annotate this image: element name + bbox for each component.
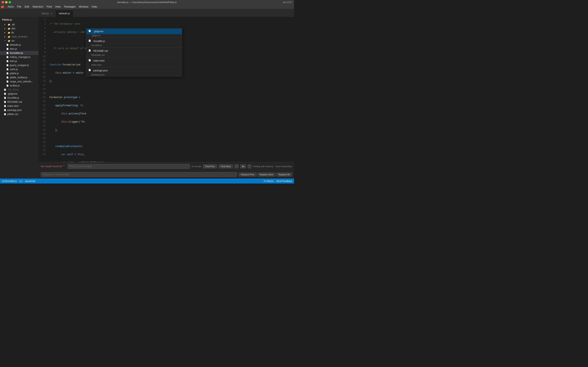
sidebar-item-gruntfile[interactable]: 📄 Gruntfile.js <box>0 96 39 100</box>
tab-dom-js-close[interactable]: ✕ <box>50 12 53 15</box>
titlebar-left <box>2 1 11 3</box>
sidebar-label-dist: dist <box>11 27 15 30</box>
find-status: No results found for "" <box>41 165 65 168</box>
autocomplete-item-index[interactable]: 📄 index.html <box>86 58 182 64</box>
find-row: No results found for "" no results Find … <box>39 162 294 170</box>
sidebar-item-jquery-wrapper[interactable]: 📄 jquery_wrapper.js <box>0 63 39 67</box>
find-input[interactable] <box>68 164 190 169</box>
sidebar-item-node-modules[interactable]: ▶ 📁 node_modules <box>0 35 39 39</box>
sidebar-label-pibble: pibble.js <box>10 72 19 75</box>
sidebar-item-lib[interactable]: ▶ 📁 lib <box>0 31 39 35</box>
menu-find[interactable]: Find <box>45 5 53 8</box>
autocomplete-item-gruntfile[interactable]: 📄 Gruntfile.js <box>86 38 182 44</box>
autocomplete-dropdown[interactable]: 📄 .gitignore .gitignore 📄 Gruntfile.js G… <box>86 28 182 77</box>
sidebar-item-hotkey[interactable]: 📄 hotkey_manager.js <box>0 55 39 59</box>
sidebar-item-index-html[interactable]: 📄 index.html <box>0 104 39 108</box>
regex-button[interactable]: .* <box>234 164 239 168</box>
cursor-position: 1,1 <box>19 180 22 182</box>
find-prev-button[interactable]: Find Prev <box>203 164 217 168</box>
sidebar-item-toolbar[interactable]: 📄 toolbar.js <box>0 83 39 88</box>
menu-selection[interactable]: Selection <box>31 5 45 8</box>
file-icon-ac-readme: 📄 <box>88 49 92 53</box>
sidebar-label-readme: README.md <box>7 100 22 103</box>
replace-all-button[interactable]: Replace All <box>276 173 292 176</box>
file-icon-ac-grunt: 📄 <box>88 40 92 43</box>
file-icon-ac-index: 📄 <box>88 59 92 62</box>
close-button[interactable] <box>2 1 4 3</box>
folder-icon-src: 📁 <box>7 39 11 42</box>
autocomplete-sub-gitignore: .gitignore <box>86 34 182 37</box>
file-icon-ac-package: 📄 <box>88 69 92 72</box>
sidebar-label-toolbar: toolbar.js <box>10 84 20 87</box>
sidebar-label-package-json: package.json <box>7 109 22 111</box>
send-feedback-label[interactable]: Send Feedback <box>276 180 292 182</box>
autocomplete-sub-index: index.html <box>86 64 182 67</box>
menu-view[interactable]: View <box>53 5 62 8</box>
sidebar: Pibble.js ▶ 📁 .git ▶ 📁 dist ▶ 📁 lib ▶ <box>0 17 39 179</box>
chevron-right-icon-lib: ▶ <box>3 31 7 34</box>
sidebar-item-gitignore[interactable]: 📄 .gitignore <box>0 92 39 96</box>
sidebar-item-intro[interactable]: 📄 intro.js <box>0 59 39 63</box>
refactor-label[interactable]: ⟳ refactor <box>264 180 274 183</box>
sidebar-item-dist[interactable]: ▶ 📁 dist <box>0 26 39 31</box>
autocomplete-item-package[interactable]: 📄 package.json <box>86 68 182 73</box>
sidebar-label-outro: outro.js <box>10 68 18 71</box>
minimize-button[interactable] <box>5 1 8 3</box>
tab-dom-js[interactable]: dom.js ✕ <box>39 10 56 17</box>
sidebar-label-defaults: defaults.js <box>10 43 21 46</box>
sidebar-label-index-html: index.html <box>7 105 18 108</box>
sidebar-item-outro[interactable]: 📄 outro.js <box>0 67 39 71</box>
editor-area[interactable]: 📄 .gitignore .gitignore 📄 Gruntfile.js G… <box>39 17 294 179</box>
find-next-button[interactable]: Find Next <box>219 164 233 168</box>
sidebar-item-pibble[interactable]: 📄 pibble.js <box>0 71 39 75</box>
menu-window[interactable]: Window <box>77 5 90 8</box>
sidebar-item-src[interactable]: ▼ 📁 src <box>0 39 39 43</box>
autocomplete-label-package: package.json <box>93 69 108 72</box>
autocomplete-label-readme: README.md <box>93 50 108 52</box>
fullscreen-button[interactable] <box>9 1 11 3</box>
file-icon-package-json: 📄 <box>3 108 7 112</box>
autocomplete-label-index: index.html <box>93 59 104 62</box>
sidebar-label-intro: intro.js <box>10 60 17 63</box>
sidebar-label-pibble-css: pibble.css <box>7 113 18 116</box>
apple-menu[interactable]: 🍎 <box>1 5 4 8</box>
sidebar-item-dom-js[interactable]: 📄 dom.js <box>0 47 39 51</box>
sidebar-item-pibble-css[interactable]: 📄 pibble.css <box>0 112 39 116</box>
sidebar-label-src: src <box>11 39 15 42</box>
sidebar-item-range[interactable]: 📄 range_and_selectio... <box>0 80 39 83</box>
file-icon-jquery: 📄 <box>6 64 9 67</box>
file-icon-hotkey: 📄 <box>6 55 9 59</box>
menu-file[interactable]: File <box>15 5 23 8</box>
sidebar-item-package-json[interactable]: 📄 package.json <box>0 108 39 112</box>
autocomplete-item-readme[interactable]: 📄 README.md <box>86 48 182 54</box>
traffic-lights <box>2 1 11 3</box>
sidebar-item-defaults-js[interactable]: 📄 defaults.js <box>0 43 39 47</box>
sidebar-item-ds-store[interactable]: 📄 .DS_Store <box>0 88 39 92</box>
folder-icon-lib: 📁 <box>7 31 11 34</box>
quote-button[interactable]: " <box>248 164 251 168</box>
sidebar-item-readme[interactable]: 📄 README.md <box>0 100 39 104</box>
menu-atom[interactable]: Atom <box>6 5 15 8</box>
case-button[interactable]: Aa <box>240 164 246 168</box>
autocomplete-label-gitignore: .gitignore <box>93 30 103 33</box>
sidebar-item-pibble-toolbar[interactable]: 📄 pibble_toolbar.js <box>0 75 39 80</box>
file-icon-dom: 📄 <box>6 47 9 50</box>
menu-edit[interactable]: Edit <box>23 5 31 8</box>
menu-help[interactable]: Help <box>90 5 99 8</box>
sidebar-item-formatter-js[interactable]: 📄 formatter.js <box>0 51 39 55</box>
tab-defaults-js[interactable]: defaults.js <box>56 10 73 17</box>
replace-next-button[interactable]: Replace Next <box>258 173 276 176</box>
autocomplete-label-grunt: Gruntfile.js <box>93 40 105 43</box>
replace-input[interactable] <box>41 172 237 177</box>
autocomplete-item-gitignore[interactable]: 📄 .gitignore <box>86 29 182 34</box>
sidebar-title[interactable]: Pibble.js <box>0 17 39 22</box>
divider-3 <box>86 57 182 58</box>
folder-icon-dist: 📁 <box>7 27 11 30</box>
menu-packages[interactable]: Packages <box>62 5 77 8</box>
sidebar-item-git[interactable]: ▶ 📁 .git <box>0 22 39 26</box>
file-icon-outro: 📄 <box>6 68 9 71</box>
divider-2 <box>86 48 182 48</box>
replace-prev-button[interactable]: Replace Prev <box>239 173 257 176</box>
chevron-right-icon-dist: ▶ <box>3 27 7 30</box>
file-icon-formatter: 📄 <box>6 51 9 55</box>
